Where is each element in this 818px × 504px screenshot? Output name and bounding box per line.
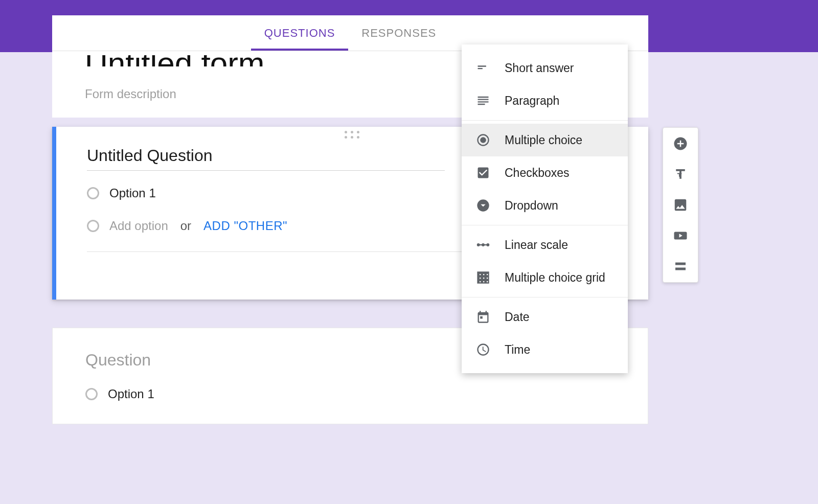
- menu-item-time[interactable]: Time: [462, 333, 628, 366]
- menu-separator: [462, 225, 628, 225]
- menu-item-linear-scale[interactable]: Linear scale: [462, 228, 628, 261]
- menu-item-label: Linear scale: [505, 238, 568, 252]
- question-title-input[interactable]: Untitled Question: [87, 143, 445, 171]
- add-image-button[interactable]: [672, 196, 689, 214]
- text-icon: [673, 167, 688, 182]
- menu-item-paragraph[interactable]: Paragraph: [462, 84, 628, 117]
- menu-item-multiple-choice[interactable]: Multiple choice: [462, 124, 628, 156]
- add-section-button[interactable]: [672, 258, 689, 275]
- add-video-button[interactable]: [672, 227, 689, 244]
- checkbox-icon: [476, 166, 490, 180]
- menu-item-label: Checkboxes: [505, 166, 570, 180]
- add-question-button[interactable]: [672, 135, 689, 152]
- tab-questions[interactable]: QUESTIONS: [251, 15, 349, 51]
- menu-item-label: Multiple choice grid: [505, 271, 605, 285]
- dropdown-icon: [476, 198, 490, 213]
- menu-item-label: Date: [505, 310, 530, 324]
- tab-responses-label: RESPONSES: [361, 27, 436, 40]
- svg-rect-6: [480, 316, 483, 319]
- menu-item-multiple-choice-grid[interactable]: Multiple choice grid: [462, 261, 628, 294]
- menu-item-checkboxes[interactable]: Checkboxes: [462, 156, 628, 189]
- image-icon: [673, 197, 688, 213]
- q2-option-row-1: Option 1: [85, 387, 615, 401]
- clock-icon: [476, 342, 490, 357]
- radio-selected-icon: [476, 133, 490, 147]
- video-icon: [673, 228, 688, 243]
- short-answer-icon: [476, 61, 490, 75]
- menu-item-label: Dropdown: [505, 199, 558, 213]
- add-other-button[interactable]: ADD "OTHER": [203, 219, 287, 233]
- menu-item-label: Multiple choice: [505, 133, 582, 147]
- menu-item-label: Time: [505, 343, 530, 357]
- option-1-label[interactable]: Option 1: [109, 186, 156, 200]
- menu-separator: [462, 297, 628, 297]
- section-icon: [673, 259, 688, 274]
- paragraph-icon: [476, 94, 490, 108]
- add-option-placeholder[interactable]: Add option: [109, 219, 168, 233]
- add-option-or: or: [180, 219, 191, 233]
- add-title-button[interactable]: [672, 166, 689, 183]
- svg-point-0: [480, 137, 486, 143]
- tab-responses[interactable]: RESPONSES: [348, 15, 449, 51]
- menu-item-date[interactable]: Date: [462, 301, 628, 333]
- radio-icon: [85, 388, 98, 400]
- q2-option-1-label: Option 1: [108, 387, 154, 401]
- floating-toolbar: [663, 127, 698, 283]
- calendar-icon: [476, 310, 490, 324]
- radio-icon: [87, 220, 99, 232]
- radio-icon: [87, 187, 99, 199]
- tab-questions-label: QUESTIONS: [264, 27, 335, 40]
- menu-item-label: Short answer: [505, 61, 574, 75]
- grid-icon: [476, 270, 490, 285]
- menu-item-label: Paragraph: [505, 94, 559, 108]
- plus-circle-icon: [673, 136, 688, 151]
- menu-item-dropdown[interactable]: Dropdown: [462, 189, 628, 222]
- menu-item-short-answer[interactable]: Short answer: [462, 52, 628, 84]
- svg-rect-5: [479, 244, 488, 245]
- svg-rect-9: [675, 268, 686, 270]
- menu-separator: [462, 120, 628, 121]
- question-type-menu: Short answer Paragraph Multiple choice C…: [462, 44, 628, 373]
- svg-rect-8: [675, 263, 686, 265]
- drag-handle-icon: [345, 131, 360, 139]
- linear-scale-icon: [476, 238, 490, 252]
